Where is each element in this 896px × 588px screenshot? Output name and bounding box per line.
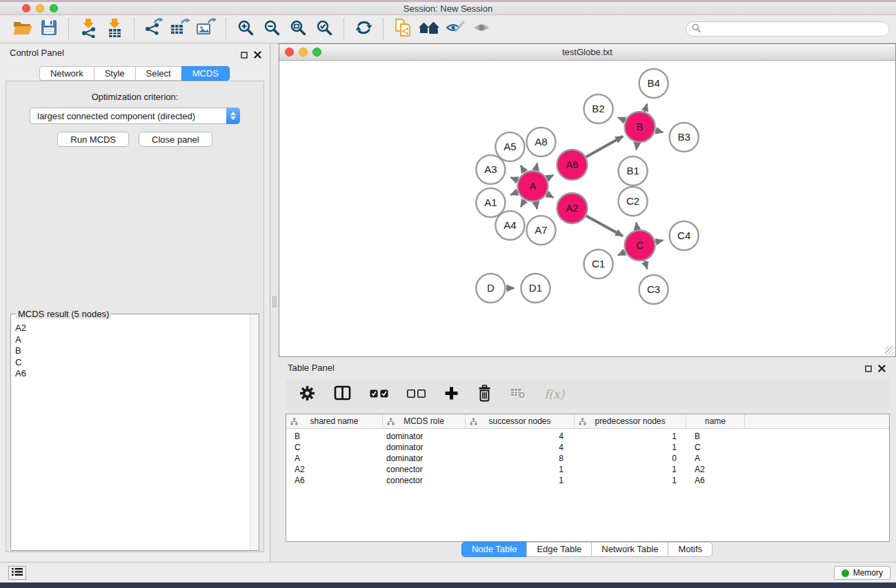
table-tab[interactable]: Network Table xyxy=(591,542,668,557)
add-column-button[interactable] xyxy=(444,386,459,403)
control-panel-tab[interactable]: Network xyxy=(39,66,94,81)
close-panel-button[interactable]: Close panel xyxy=(139,132,212,147)
table-row[interactable]: A dominator 8 0 A xyxy=(286,453,889,464)
node-B3[interactable]: B3 xyxy=(670,123,699,152)
minimize-window-button[interactable] xyxy=(36,4,44,12)
close-panel-icon[interactable] xyxy=(254,49,261,61)
node-B2[interactable]: B2 xyxy=(584,94,613,123)
vertical-splitter-handle[interactable] xyxy=(272,296,277,307)
control-panel-tab[interactable]: MCDS xyxy=(181,66,230,81)
node-D1[interactable]: D1 xyxy=(521,274,550,303)
criterion-dropdown[interactable]: largest connected component (directed) xyxy=(30,108,240,124)
node-C4[interactable]: C4 xyxy=(670,221,699,250)
table-tab[interactable]: Motifs xyxy=(668,542,713,557)
table-tab[interactable]: Edge Table xyxy=(526,542,592,557)
export-network-button[interactable] xyxy=(141,17,167,41)
float-table-panel-icon[interactable] xyxy=(865,363,872,375)
zoom-out-button[interactable] xyxy=(259,17,285,41)
mcds-result-item[interactable]: A xyxy=(11,334,259,346)
edge-A6-B[interactable] xyxy=(586,136,624,157)
result-list-scrollbar[interactable] xyxy=(250,314,259,550)
table-row[interactable]: B dominator 4 1 B xyxy=(286,431,889,442)
mcds-result-item[interactable]: A2 xyxy=(11,323,259,334)
mcds-result-item[interactable]: A6 xyxy=(11,368,259,380)
memory-button[interactable]: Memory xyxy=(834,566,890,580)
close-window-button[interactable] xyxy=(22,4,30,12)
edge-B-B2[interactable] xyxy=(618,117,626,121)
clone-network-button[interactable] xyxy=(390,17,416,41)
node-B[interactable]: B xyxy=(625,112,655,142)
destroy-table-button[interactable] xyxy=(510,387,526,402)
node-B1[interactable]: B1 xyxy=(619,156,648,185)
mcds-result-item[interactable]: C xyxy=(11,357,259,369)
search-field[interactable] xyxy=(686,21,890,37)
edge-A-A3[interactable] xyxy=(510,177,518,180)
node-A8[interactable]: A8 xyxy=(526,128,555,156)
import-network-button[interactable] xyxy=(75,17,101,41)
edge-A-A1[interactable] xyxy=(510,192,518,194)
node-A4[interactable]: A4 xyxy=(495,211,524,240)
edge-B-B1[interactable] xyxy=(636,143,637,150)
search-input[interactable] xyxy=(704,23,889,35)
table-row[interactable]: C dominator 4 1 C xyxy=(286,442,889,453)
float-panel-icon[interactable] xyxy=(241,49,248,61)
edge-A-A7[interactable] xyxy=(536,202,537,210)
table-settings-button[interactable] xyxy=(299,385,315,404)
network-canvas[interactable]: B4B2BB3A5A8A6B1A3AC2A1A2A4A7C4CC1C3DD1 xyxy=(279,61,895,356)
unselect-all-columns-button[interactable] xyxy=(407,388,426,401)
table-row[interactable]: A2 connector 1 1 A2 xyxy=(286,464,889,475)
open-session-button[interactable] xyxy=(10,17,36,41)
import-table-button[interactable] xyxy=(101,17,128,41)
select-all-columns-button[interactable] xyxy=(370,388,388,401)
edge-A-A6[interactable] xyxy=(547,175,554,179)
node-C1[interactable]: C1 xyxy=(584,250,613,278)
edge-C-C1[interactable] xyxy=(618,252,626,255)
export-table-button[interactable] xyxy=(167,17,193,41)
function-builder-button[interactable]: f(x) xyxy=(544,387,564,401)
node-C2[interactable]: C2 xyxy=(619,187,648,216)
node-A6[interactable]: A6 xyxy=(557,150,587,180)
zoom-fit-button[interactable] xyxy=(285,17,311,41)
table-tab[interactable]: Node Table xyxy=(461,542,528,557)
save-session-button[interactable] xyxy=(36,17,62,41)
show-graphics-details-button[interactable] xyxy=(468,17,495,41)
task-history-button[interactable] xyxy=(8,566,26,580)
network-zoom-button[interactable] xyxy=(312,48,321,57)
table-column-header[interactable]: shared name xyxy=(286,414,383,428)
edge-C-C3[interactable] xyxy=(644,261,647,269)
control-panel-tab[interactable]: Style xyxy=(94,66,136,81)
refresh-layout-button[interactable] xyxy=(350,17,377,41)
hide-graphics-details-button[interactable] xyxy=(442,17,468,41)
edge-B-B4[interactable] xyxy=(645,104,648,112)
run-mcds-button[interactable]: Run MCDS xyxy=(57,132,129,147)
node-A5[interactable]: A5 xyxy=(495,132,524,161)
edge-C-C4[interactable] xyxy=(655,241,663,243)
table-column-header[interactable]: MCDS role xyxy=(383,414,466,428)
export-image-button[interactable] xyxy=(193,17,219,41)
zoom-selected-button[interactable] xyxy=(311,17,337,41)
network-minimize-button[interactable] xyxy=(299,48,308,57)
edge-B-B3[interactable] xyxy=(655,130,663,132)
table-column-header[interactable]: successor nodes xyxy=(466,414,575,428)
edge-A2-C[interactable] xyxy=(586,216,623,236)
node-A3[interactable]: A3 xyxy=(476,155,505,184)
close-table-panel-icon[interactable] xyxy=(878,363,886,375)
node-A[interactable]: A xyxy=(517,171,548,201)
network-close-button[interactable] xyxy=(285,48,294,57)
edge-A-A4[interactable] xyxy=(521,200,525,207)
table-row[interactable]: A6 connector 1 1 A6 xyxy=(286,475,889,486)
mcds-result-item[interactable]: B xyxy=(11,345,259,357)
delete-columns-button[interactable] xyxy=(477,385,492,405)
node-A1[interactable]: A1 xyxy=(476,188,505,217)
edge-A-A8[interactable] xyxy=(536,163,537,171)
table-column-header[interactable]: name xyxy=(686,414,745,428)
zoom-in-button[interactable] xyxy=(232,17,259,41)
edge-C-C2[interactable] xyxy=(636,223,637,230)
table-column-header[interactable]: predecessor nodes xyxy=(575,414,686,428)
reset-views-button[interactable] xyxy=(416,17,442,41)
node-D[interactable]: D xyxy=(476,274,505,303)
edge-A-A5[interactable] xyxy=(521,165,525,172)
node-C3[interactable]: C3 xyxy=(639,275,668,304)
node-A2[interactable]: A2 xyxy=(557,193,587,223)
control-panel-tab[interactable]: Select xyxy=(135,66,182,81)
